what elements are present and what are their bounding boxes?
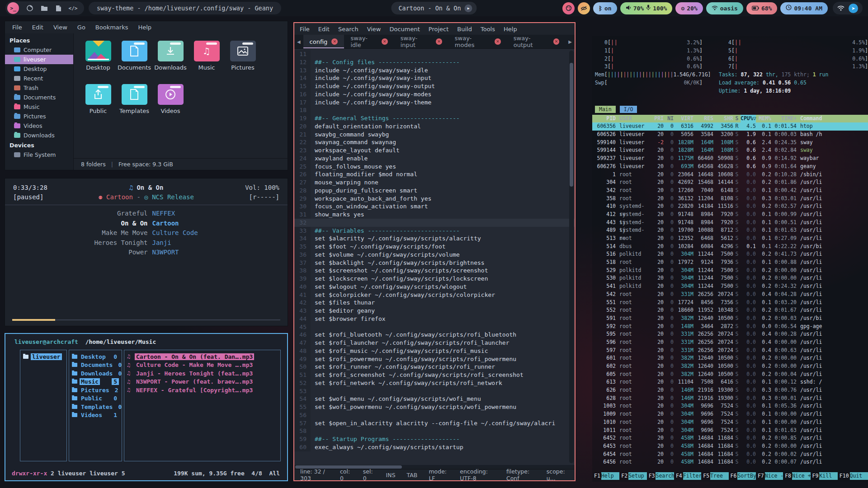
folder-videos[interactable]: Videos: [152, 82, 189, 126]
process-row[interactable]: 304root200426921546814144S0.00.20:01.86/…: [592, 178, 868, 187]
close-tab-icon[interactable]: ✕: [436, 38, 442, 45]
folder-downloads[interactable]: Downloads: [152, 39, 189, 82]
process-row[interactable]: 542root200331M2625620724S0.00.40:04.28/u…: [592, 291, 868, 299]
folder-public[interactable]: Public: [80, 82, 116, 126]
code-line[interactable]: 13include ~/.config/sway/sway-idle: [294, 66, 575, 75]
process-row[interactable]: 530polkitd200304M112447500S0.00.20:00.00…: [592, 274, 868, 282]
geany-menu-file[interactable]: File: [300, 26, 310, 33]
geany-menu-edit[interactable]: Edit: [318, 26, 330, 33]
code-line[interactable]: 26floating_modifier $mod normal: [294, 170, 575, 178]
code-line[interactable]: 12##-- Config files --------------------…: [294, 58, 575, 66]
close-tab-icon[interactable]: ✕: [382, 38, 388, 45]
code-line[interactable]: 35set $foot ~/.config/sway/scripts/foot: [294, 243, 575, 251]
process-row[interactable]: 551root2001772484567356S0.00.10:03.20/us…: [592, 299, 868, 307]
close-tab-icon[interactable]: ✕: [553, 38, 560, 45]
process-row[interactable]: 489systemd-ne20019700100888712S0.00.10:0…: [592, 226, 868, 235]
process-row[interactable]: 613root2001110475086416S0.00.10:00.12ssh…: [592, 378, 868, 386]
process-row[interactable]: 599140liveuser-201828M164M108MS0.62.40:2…: [592, 139, 868, 147]
tab-scroll-right-icon[interactable]: ▶: [566, 35, 575, 48]
now-playing-widget[interactable]: Cartoon - On & On ▶: [391, 2, 476, 14]
fkey-label[interactable]: Kill: [819, 472, 837, 480]
fkey-label[interactable]: SortBy: [737, 472, 755, 480]
fkey-label[interactable]: Nice +: [792, 472, 810, 480]
sidebar-item-recent[interactable]: Recent: [5, 74, 73, 83]
code-line[interactable]: 45: [294, 323, 575, 331]
geany-menu-view[interactable]: View: [367, 26, 381, 33]
firefox-icon[interactable]: [26, 5, 33, 12]
process-row[interactable]: 516polkitd200304M112447500S0.00.20:41.73…: [592, 250, 868, 258]
directory-item[interactable]: Public0: [71, 394, 120, 403]
playlist-item[interactable]: On & OnCartoon: [5, 219, 288, 229]
file-item[interactable]: ♫Janji - Heroes Tonight (feat….mp3: [126, 369, 279, 378]
fkey-f4[interactable]: F4: [674, 472, 683, 480]
fkey-f10[interactable]: F10: [838, 472, 850, 480]
code-line[interactable]: 17include ~/.config/sway/sway-theme: [294, 99, 575, 107]
code-line[interactable]: 29workspace_auto_back_and_forth yes: [294, 195, 575, 203]
column-user[interactable]: USER: [616, 115, 650, 123]
code-line[interactable]: 58: [294, 427, 575, 435]
clock-widget[interactable]: 09:40 AM: [780, 2, 828, 14]
geany-menu-help[interactable]: Help: [504, 26, 517, 33]
tab-sway-modes[interactable]: sway-modes✕: [448, 35, 507, 48]
process-row[interactable]: 1011root200304M96967524S0.00.10:01.63/us…: [592, 427, 868, 435]
folder-pictures[interactable]: Pictures: [225, 39, 261, 82]
tab-sway-input[interactable]: sway-input✕: [394, 35, 448, 48]
bluetooth-widget[interactable]: ᛒ on: [593, 2, 617, 14]
column-mem[interactable]: MEM%: [756, 115, 771, 123]
sidebar-item-computer[interactable]: Computer: [5, 45, 73, 55]
process-row[interactable]: 514dbus2001028460844296S0.10.14:22.22/us…: [592, 243, 868, 251]
column-ni[interactable]: NI: [664, 115, 674, 123]
process-row[interactable]: 606276liveuser200693M6456845628S0.60.90:…: [592, 163, 868, 171]
fkey-f6[interactable]: F6: [729, 472, 738, 480]
files-icon[interactable]: [40, 5, 48, 12]
fm-menu-help[interactable]: Help: [138, 24, 151, 31]
code-line[interactable]: 25focus_follows_mouse yes: [294, 163, 575, 171]
code-line[interactable]: 24xwayland enable: [294, 155, 575, 163]
process-row[interactable]: 541polkitd200304M112447500S0.00.20:24.32…: [592, 282, 868, 291]
column-command[interactable]: Command: [797, 115, 868, 123]
code-line[interactable]: 36set $volume ~/.config/sway/scripts/vol…: [294, 251, 575, 259]
fm-menu-file[interactable]: File: [12, 24, 22, 31]
code-line[interactable]: 15include ~/.config/sway/sway-output: [294, 82, 575, 90]
code-line[interactable]: 28popup_during_fullscreen smart: [294, 187, 575, 195]
brightness-widget[interactable]: ⚙ 20%: [675, 2, 703, 14]
fkey-f5[interactable]: F5: [701, 472, 710, 480]
process-row[interactable]: 626root200146M2191619300S0.00.30:00.76/u…: [592, 386, 868, 394]
sidebar-item-documents[interactable]: Documents: [5, 93, 73, 102]
fkey-label[interactable]: Help: [601, 472, 619, 480]
directory-item[interactable]: Pictures2: [71, 386, 120, 394]
file-item[interactable]: ♫N3WPORT - Power (feat. braev….mp3: [126, 378, 279, 386]
column-s[interactable]: S: [733, 115, 741, 123]
fkey-f2[interactable]: F2: [619, 472, 628, 480]
sidebar-item-file-system[interactable]: File System: [5, 150, 73, 160]
process-row[interactable]: 6456root200458M1468411684S0.00.20:00.07/…: [592, 458, 868, 466]
active-window-title[interactable]: sway-theme - /home/liveuser/.config/sway…: [89, 2, 281, 14]
code-line[interactable]: 54set $wofi_menu ~/.config/sway/scripts/…: [294, 395, 575, 403]
play-icon[interactable]: ▶: [465, 5, 472, 12]
sidebar-item-trash[interactable]: Trash: [5, 83, 73, 93]
directory-item[interactable]: Documents0: [71, 361, 120, 370]
process-row[interactable]: 605root200382M1264010500S0.00.20:00.04/u…: [592, 371, 868, 379]
geany-menu-build[interactable]: Build: [457, 26, 472, 33]
column-time[interactable]: TIME+: [771, 115, 797, 123]
code-line[interactable]: 42set $files thunar: [294, 299, 575, 307]
process-row[interactable]: 601root200382M1264010500S0.00.20:00.00/u…: [592, 354, 868, 362]
process-row[interactable]: 513root2001235264685612S0.00.10:27.09/us…: [592, 235, 868, 243]
code-line[interactable]: 56: [294, 411, 575, 419]
code-line[interactable]: 41set $colorpicker ~/.config/sway/script…: [294, 291, 575, 299]
process-row[interactable]: 1010root200304M96967524S0.00.10:00.00/us…: [592, 418, 868, 427]
tab-sway-idle[interactable]: sway-idle✕: [344, 35, 394, 48]
column-pri[interactable]: PRI: [650, 115, 664, 123]
playlist-item[interactable]: Make Me MoveCulture Code: [5, 228, 288, 238]
file-item[interactable]: ♫Cartoon - On & On (feat. Dan….mp3: [126, 352, 279, 361]
code-line[interactable]: 53: [294, 387, 575, 395]
code-line[interactable]: 40set $wlogout ~/.config/sway/scripts/wl…: [294, 283, 575, 291]
process-row[interactable]: 1003root200304M96967524S0.00.10:05.36/us…: [592, 402, 868, 410]
directory-item[interactable]: Music5: [71, 378, 120, 386]
process-row[interactable]: 6452root200458M1468411684S0.00.20:00.85/…: [592, 434, 868, 442]
fkey-f9[interactable]: F9: [811, 472, 820, 480]
playlist-item[interactable]: PowerN3WPORT: [5, 248, 288, 258]
directory-item[interactable]: Downloads0: [71, 369, 120, 378]
fkey-label[interactable]: Filter: [683, 472, 701, 480]
editor-icon[interactable]: [55, 5, 62, 12]
